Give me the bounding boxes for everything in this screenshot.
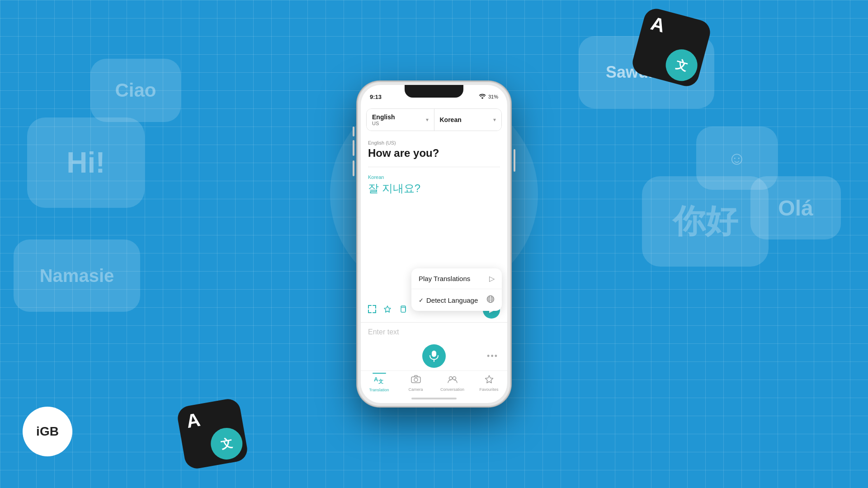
enter-text-input[interactable]: Enter text: [368, 328, 399, 336]
play-translations-item[interactable]: Play Translations ▷: [411, 268, 502, 289]
tab-active-indicator: [373, 373, 386, 374]
svg-rect-6: [432, 351, 436, 357]
status-time: 9:13: [370, 94, 382, 100]
power-button[interactable]: [514, 149, 515, 172]
detect-language-check: ✓: [419, 297, 424, 304]
volume-down-button[interactable]: [353, 160, 354, 176]
language-selector: English US ▾ Korean ▾: [366, 108, 502, 131]
bubble-namasie: Namasie: [14, 239, 140, 312]
favourites-tab-icon: [484, 375, 494, 386]
camera-tab-icon: [411, 375, 421, 386]
svg-point-11: [414, 378, 418, 382]
copy-button[interactable]: [399, 305, 407, 315]
conversation-tab-label: Conversation: [440, 387, 464, 392]
translate-letter-icon-2: A: [184, 409, 202, 433]
detect-language-item[interactable]: ✓ Detect Language: [411, 289, 502, 311]
bubble-hi: Hi!: [27, 117, 145, 208]
svg-point-13: [453, 377, 456, 380]
input-area[interactable]: Enter text Play Translations ▷ ✓ Detect …: [361, 322, 507, 342]
bubble-ola: Olá: [750, 176, 841, 239]
expand-button[interactable]: [368, 305, 376, 315]
battery-icon: 31%: [488, 94, 498, 99]
status-icons: 31%: [479, 94, 498, 100]
translation-tab-label: Translation: [369, 388, 389, 392]
source-language-chevron: ▾: [426, 117, 429, 123]
tab-conversation[interactable]: Conversation: [434, 375, 471, 392]
bubble-ciao: Ciao: [90, 59, 181, 122]
svg-rect-0: [401, 307, 406, 312]
tab-camera[interactable]: Camera: [397, 375, 434, 392]
phone-notch: [405, 85, 463, 98]
source-lang-label: English (US): [368, 140, 500, 145]
target-text: 잘 지내요?: [368, 181, 500, 196]
mic-button[interactable]: [422, 344, 446, 368]
action-icons: [368, 305, 407, 315]
play-translations-label: Play Translations: [419, 275, 470, 282]
translate-letter-icon: A: [648, 12, 667, 37]
target-language-chevron: ▾: [493, 117, 496, 123]
conversation-tab-icon: [447, 375, 458, 386]
content-divider: [368, 167, 500, 167]
translate-globe-icon: 文: [662, 46, 701, 84]
igb-logo: iGB: [23, 407, 72, 456]
mic-area: •••: [361, 342, 507, 371]
favourites-tab-label: Favourites: [479, 387, 498, 392]
source-text: How are you?: [368, 147, 500, 160]
tab-favourites[interactable]: Favourites: [471, 375, 507, 392]
target-lang-label: Korean: [368, 174, 500, 180]
tab-bar: A 文 Translation Camera: [361, 371, 507, 394]
volume-up-button[interactable]: [353, 140, 354, 156]
favourite-button[interactable]: [383, 305, 392, 315]
source-language-sub: US: [372, 121, 395, 126]
wifi-icon: [479, 94, 486, 100]
detect-language-icon: [486, 295, 495, 305]
app-icon-bottom-left: A 文: [176, 397, 249, 470]
phone-wrapper: 9:13 31%: [357, 81, 511, 407]
home-indicator: [361, 394, 507, 403]
play-translations-icon: ▷: [489, 274, 495, 283]
target-language-name: Korean: [440, 116, 462, 123]
bubble-nihao: 你好: [642, 176, 769, 267]
svg-text:文: 文: [378, 379, 383, 384]
svg-text:A: A: [374, 376, 378, 383]
source-language-button[interactable]: English US ▾: [367, 109, 434, 131]
detect-language-label: Detect Language: [426, 296, 478, 304]
translate-globe-icon-2: 文: [208, 425, 245, 462]
home-bar: [411, 398, 457, 399]
target-language-button[interactable]: Korean ▾: [434, 109, 502, 131]
silent-button[interactable]: [353, 127, 354, 136]
translation-tab-icon: A 文: [374, 375, 385, 386]
source-language-name: English: [372, 113, 395, 121]
svg-point-12: [449, 377, 452, 380]
camera-tab-label: Camera: [408, 387, 423, 392]
phone-device: 9:13 31%: [357, 81, 511, 407]
phone-screen: 9:13 31%: [361, 85, 507, 403]
tab-translation[interactable]: A 文 Translation: [361, 375, 397, 392]
more-button[interactable]: •••: [487, 352, 498, 361]
context-menu: Play Translations ▷ ✓ Detect Language: [411, 268, 502, 311]
